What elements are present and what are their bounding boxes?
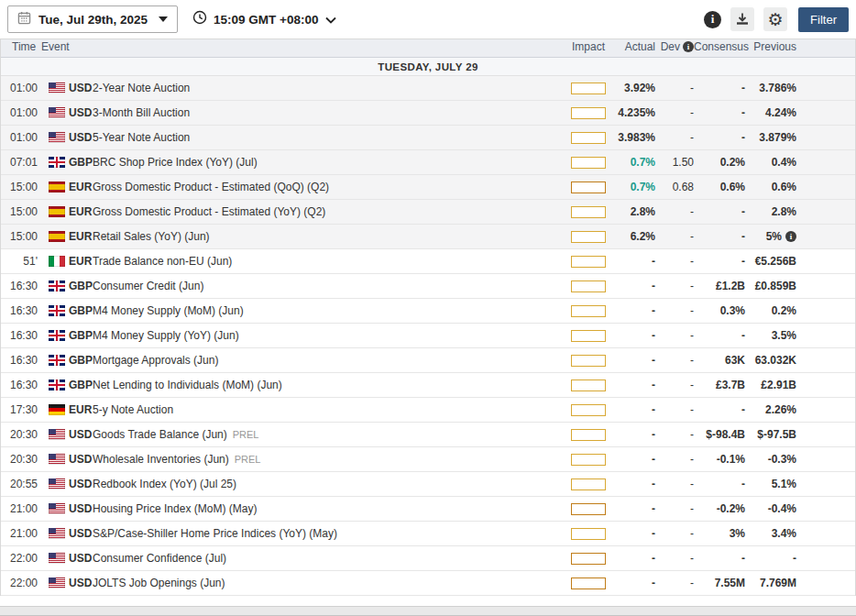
flag-gb-icon <box>49 280 65 292</box>
previous-value: 0.6% <box>772 181 796 193</box>
actual-value: 2.8% <box>609 205 655 218</box>
dev-value: - <box>655 478 694 490</box>
event-name: M4 Money Supply (MoM) (Jun) <box>93 304 244 317</box>
download-icon[interactable] <box>730 7 754 31</box>
event-row[interactable]: 16:30 GBP Net Lending to Individuals (Mo… <box>1 373 855 398</box>
currency-label: EUR <box>69 255 92 268</box>
impact-bar <box>571 305 606 317</box>
event-row[interactable]: 20:30 USD Goods Trade Balance (Jun) PREL… <box>1 423 855 447</box>
event-row[interactable]: 15:00 EUR Gross Domestic Product - Estim… <box>1 175 855 200</box>
event-row[interactable]: 21:00 USD Housing Price Index (MoM) (May… <box>1 497 855 522</box>
previous-info-icon[interactable]: i <box>785 231 796 242</box>
event-name: Trade Balance non-EU (Jun) <box>93 255 232 268</box>
impact-bar <box>571 380 606 391</box>
consensus-value: - <box>694 329 745 342</box>
impact-bar <box>571 107 606 119</box>
event-name: S&P/Case-Shiller Home Price Indices (YoY… <box>93 527 337 540</box>
event-time: 01:00 <box>1 131 39 144</box>
currency-label: GBP <box>69 280 93 292</box>
toolbar: Tue, Jul 29th, 2025 15:09 GMT +08:00 i <box>0 0 856 38</box>
gear-icon[interactable]: ⚙ <box>763 7 787 31</box>
previous-value: -0.3% <box>768 453 796 466</box>
next-section-edge <box>0 606 856 616</box>
event-row[interactable]: 21:00 USD S&P/Case-Shiller Home Price In… <box>1 522 855 546</box>
event-name: JOLTS Job Openings (Jun) <box>93 577 225 589</box>
column-header-previous: Previous <box>745 40 796 53</box>
event-row[interactable]: 20:55 USD Redbook Index (YoY) (Jul 25) -… <box>1 472 855 497</box>
date-picker[interactable]: Tue, Jul 29th, 2025 <box>7 6 178 33</box>
event-name: Goods Trade Balance (Jun) <box>93 428 227 441</box>
actual-value: - <box>609 502 655 515</box>
flag-it-icon <box>49 256 65 267</box>
currency-label: USD <box>69 82 92 94</box>
column-header-consensus: Consensus <box>694 40 745 53</box>
event-row[interactable]: 22:00 USD Consumer Confidence (Jul) - - … <box>1 546 855 571</box>
chevron-down-icon <box>325 11 336 28</box>
prel-badge: PREL <box>233 429 259 440</box>
impact-bar <box>571 231 606 243</box>
event-row[interactable]: 15:00 EUR Gross Domestic Product - Estim… <box>1 200 855 225</box>
filter-button[interactable]: Filter <box>798 7 849 32</box>
prel-badge: PREL <box>235 454 261 465</box>
event-time: 16:30 <box>1 329 39 342</box>
event-row[interactable]: 20:30 USD Wholesale Inventories (Jun) PR… <box>1 447 855 472</box>
event-row[interactable]: 16:30 GBP M4 Money Supply (MoM) (Jun) - … <box>1 299 855 324</box>
actual-value: 0.7% <box>609 156 655 169</box>
flag-gb-icon <box>49 355 65 366</box>
dev-value: - <box>655 379 694 391</box>
previous-value: 4.24% <box>765 106 796 119</box>
actual-value: - <box>609 453 655 466</box>
info-icon[interactable]: i <box>704 11 721 28</box>
impact-bar <box>571 404 606 416</box>
event-time: 16:30 <box>1 379 39 391</box>
event-row[interactable]: 51' EUR Trade Balance non-EU (Jun) - - -… <box>1 249 855 274</box>
dev-value: - <box>655 403 694 416</box>
impact-bar <box>571 429 606 441</box>
consensus-value: - <box>694 131 745 144</box>
previous-value: 2.8% <box>772 205 796 218</box>
currency-label: USD <box>69 527 92 540</box>
event-row[interactable]: 17:30 EUR 5-y Note Auction - - - 2.26% <box>1 398 855 423</box>
timezone-selector[interactable]: 15:09 GMT +08:00 <box>192 10 335 28</box>
impact-bar <box>571 553 606 565</box>
event-row[interactable]: 16:30 GBP M4 Money Supply (YoY) (Jun) - … <box>1 324 855 348</box>
actual-value: - <box>609 354 655 367</box>
event-row[interactable]: 16:30 GBP Consumer Credit (Jun) - - £1.2… <box>1 274 855 299</box>
consensus-value: - <box>694 230 745 243</box>
event-time: 20:30 <box>1 428 39 441</box>
currency-label: GBP <box>69 156 93 169</box>
event-name: 2-Year Note Auction <box>93 82 190 94</box>
event-time: 21:00 <box>1 502 39 515</box>
event-name: 5-y Note Auction <box>93 403 173 416</box>
event-row[interactable]: 22:00 USD JOLTS Job Openings (Jun) - - 7… <box>1 571 855 596</box>
dev-header-label: Dev <box>661 40 680 53</box>
event-row[interactable]: 07:01 GBP BRC Shop Price Index (YoY) (Ju… <box>1 150 855 175</box>
event-name: Mortgage Approvals (Jun) <box>93 354 218 367</box>
impact-bar <box>571 132 606 144</box>
event-name: 3-Month Bill Auction <box>93 106 190 119</box>
previous-value: 7.769M <box>760 577 796 589</box>
toolbar-actions: i ⚙ Filter <box>704 7 849 32</box>
dev-info-icon[interactable]: i <box>683 41 694 52</box>
flag-es-icon <box>49 231 65 242</box>
event-time: 15:00 <box>1 205 39 218</box>
event-row[interactable]: 01:00 USD 2-Year Note Auction 3.92% - - … <box>1 76 855 101</box>
consensus-value: - <box>694 403 745 416</box>
consensus-value: - <box>694 205 745 218</box>
event-name: M4 Money Supply (YoY) (Jun) <box>93 329 239 342</box>
event-name: Retail Sales (YoY) (Jun) <box>93 230 210 243</box>
event-row[interactable]: 15:00 EUR Retail Sales (YoY) (Jun) 6.2% … <box>1 225 855 249</box>
consensus-value: - <box>694 106 745 119</box>
event-row[interactable]: 16:30 GBP Mortgage Approvals (Jun) - - 6… <box>1 348 855 373</box>
previous-value: 2.26% <box>765 403 796 416</box>
economic-calendar-app: Tue, Jul 29th, 2025 15:09 GMT +08:00 i <box>0 0 856 616</box>
previous-value: 3.786% <box>759 82 796 94</box>
event-name: Redbook Index (YoY) (Jul 25) <box>93 478 236 490</box>
event-row[interactable]: 01:00 USD 5-Year Note Auction 3.983% - -… <box>1 126 855 150</box>
event-time: 15:00 <box>1 181 39 193</box>
previous-value: $-97.5B <box>757 428 796 441</box>
event-row[interactable]: 01:00 USD 3-Month Bill Auction 4.235% - … <box>1 101 855 126</box>
dev-value: - <box>655 502 694 515</box>
impact-bar <box>571 578 606 589</box>
currency-label: EUR <box>69 230 92 243</box>
